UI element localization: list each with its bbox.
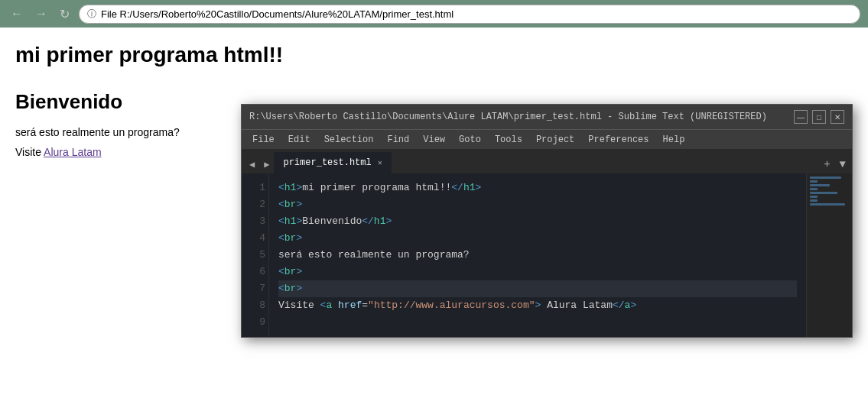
sublime-menubar: File Edit Selection Find View Goto Tools…	[242, 129, 852, 149]
menu-edit[interactable]: Edit	[282, 133, 317, 147]
new-tab-icon[interactable]: +	[821, 158, 833, 170]
tab-filename: primer_test.html	[283, 157, 371, 168]
sublime-titlebar: R:\Users\Roberto Castillo\Documents\Alur…	[242, 105, 852, 129]
code-line-9	[278, 314, 797, 331]
code-line-4: <br>	[278, 230, 797, 247]
line-num-8: 8	[248, 297, 265, 314]
address-text: File R:/Users/Roberto%20Castillo/Documen…	[101, 8, 454, 20]
menu-project[interactable]: Project	[530, 133, 580, 147]
address-bar[interactable]: ⓘ File R:/Users/Roberto%20Castillo/Docum…	[79, 5, 860, 24]
menu-view[interactable]: View	[417, 133, 451, 147]
alura-link[interactable]: Alura Latam	[44, 146, 101, 158]
minimap-line-6	[810, 196, 818, 198]
menu-file[interactable]: File	[246, 133, 281, 147]
line-num-2: 2	[248, 196, 265, 213]
code-line-6: <br>	[278, 264, 797, 280]
minimap	[806, 173, 852, 337]
minimap-content	[807, 173, 852, 210]
tab-close-icon[interactable]: ✕	[378, 158, 382, 167]
code-line-1: <h1>mi primer programa html!!</h1>	[278, 180, 797, 196]
menu-preferences[interactable]: Preferences	[582, 133, 655, 147]
line-num-3: 3	[248, 213, 265, 230]
minimap-line-5	[810, 192, 837, 194]
maximize-button[interactable]: □	[812, 110, 826, 124]
browser-content: mi primer programa html!! Bienvenido ser…	[0, 28, 868, 181]
sublime-code-area: 1 2 3 4 5 6 7 8 9 <h1>mi primer programa…	[242, 173, 852, 337]
code-line-5: será esto realmente un programa?	[278, 247, 797, 264]
minimap-line-8	[810, 203, 845, 206]
minimap-line-7	[810, 199, 818, 202]
line-num-7: 7	[248, 280, 265, 297]
browser-toolbar: ← → ↻ ⓘ File R:/Users/Roberto%20Castillo…	[0, 0, 868, 28]
line-num-6: 6	[248, 264, 265, 280]
code-line-3: <h1>Bienvenido</h1>	[278, 213, 797, 230]
menu-selection[interactable]: Selection	[318, 133, 380, 147]
line-num-1: 1	[248, 180, 265, 196]
sublime-window: R:\Users\Roberto Castillo\Documents\Alur…	[241, 104, 853, 338]
minimap-line-3	[810, 184, 830, 186]
code-line-2: <br>	[278, 196, 797, 213]
line-num-5: 5	[248, 247, 265, 264]
minimize-button[interactable]: —	[794, 110, 808, 124]
tab-prev-icon[interactable]: ◀	[245, 156, 259, 173]
code-content[interactable]: <h1>mi primer programa html!!</h1> <br> …	[269, 173, 806, 337]
window-controls: — □ ✕	[794, 110, 844, 124]
tab-dropdown-icon[interactable]: ▼	[837, 158, 849, 170]
sublime-title-text: R:\Users\Roberto Castillo\Documents\Alur…	[249, 112, 767, 122]
forward-button[interactable]: →	[32, 5, 50, 22]
close-button[interactable]: ✕	[831, 110, 844, 124]
sublime-tabbar: ◀ ▶ primer_test.html ✕ + ▼	[242, 149, 852, 173]
minimap-line-4	[810, 188, 818, 190]
reload-button[interactable]: ↻	[57, 5, 73, 23]
visit-prefix: Visite	[15, 146, 44, 158]
tab-next-icon[interactable]: ▶	[259, 156, 274, 173]
line-num-4: 4	[248, 230, 265, 247]
menu-help[interactable]: Help	[657, 133, 691, 147]
security-icon: ⓘ	[87, 8, 96, 21]
menu-find[interactable]: Find	[381, 133, 415, 147]
active-tab[interactable]: primer_test.html ✕	[274, 152, 391, 173]
page-title: mi primer programa html!!	[15, 43, 853, 67]
line-num-9: 9	[248, 314, 265, 331]
code-line-7: <br>	[278, 280, 797, 297]
menu-tools[interactable]: Tools	[489, 133, 528, 147]
minimap-line-2	[810, 180, 818, 183]
back-button[interactable]: ←	[8, 5, 26, 22]
minimap-line-1	[810, 176, 841, 179]
menu-goto[interactable]: Goto	[453, 133, 487, 147]
line-numbers: 1 2 3 4 5 6 7 8 9	[242, 173, 269, 337]
code-line-8: Visite <a href="http://www.aluracursos.c…	[278, 297, 797, 314]
